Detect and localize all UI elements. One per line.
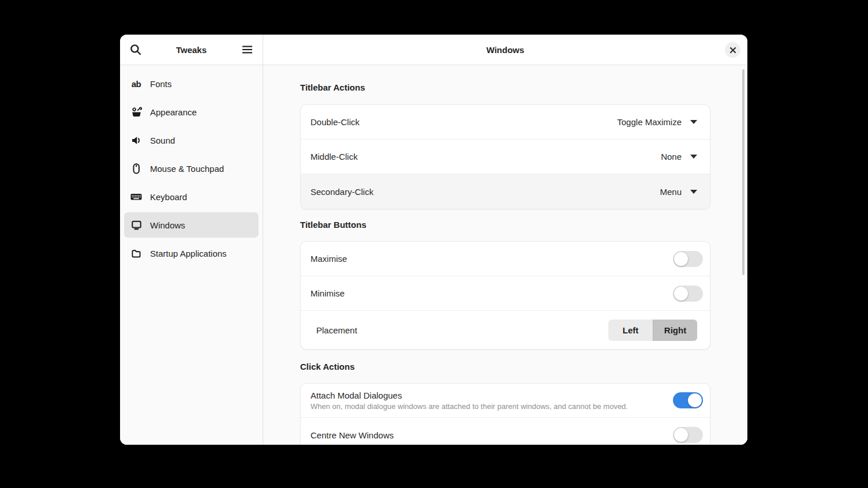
- centre-new-windows-row: Centre New Windows: [301, 418, 710, 445]
- centre-new-windows-label: Centre New Windows: [310, 430, 394, 440]
- double-click-dropdown[interactable]: Toggle Maximize: [617, 117, 697, 127]
- sidebar-item-windows[interactable]: Windows: [124, 212, 259, 238]
- sidebar-header: Tweaks: [120, 35, 263, 65]
- sidebar-item-label: Fonts: [150, 79, 172, 89]
- fonts-ab-icon: ab: [130, 78, 142, 89]
- windows-settings-panel: Titlebar Actions Double-Click Toggle Max…: [263, 65, 747, 445]
- section-title-click-actions: Click Actions: [300, 362, 354, 371]
- toggle-knob: [674, 287, 688, 301]
- main-headerbar: Windows: [263, 35, 747, 65]
- sidebar-item-label: Sound: [150, 136, 175, 145]
- toggle-knob: [674, 252, 688, 266]
- appearance-toolbox-icon: [130, 107, 142, 117]
- row-text: Attach Modal Dialogues When on, modal di…: [310, 391, 628, 411]
- placement-right-button[interactable]: Right: [653, 320, 697, 341]
- hamburger-menu-icon: [242, 46, 252, 54]
- maximise-toggle[interactable]: [673, 251, 703, 267]
- page-title: Windows: [263, 35, 747, 65]
- tweaks-window: Tweaks ab Fonts: [120, 35, 747, 445]
- chevron-down-icon: [690, 120, 697, 124]
- placement-label: Placement: [310, 325, 357, 335]
- titlebar-buttons-card: Maximise Minimise Placement Left Right: [300, 241, 710, 350]
- sidebar: Tweaks ab Fonts: [120, 35, 263, 445]
- sidebar-item-fonts[interactable]: ab Fonts: [124, 71, 259, 96]
- placement-left-button[interactable]: Left: [608, 320, 653, 341]
- display-icon: [130, 220, 142, 230]
- toggle-knob: [674, 428, 688, 442]
- sidebar-item-label: Appearance: [150, 107, 197, 117]
- sidebar-item-label: Mouse & Touchpad: [150, 164, 224, 174]
- attach-modal-dialogues-label: Attach Modal Dialogues: [310, 391, 628, 400]
- dropdown-value: Menu: [660, 187, 682, 197]
- dropdown-value: None: [661, 152, 682, 162]
- minimise-toggle[interactable]: [673, 286, 703, 302]
- search-icon: [130, 44, 141, 55]
- sidebar-item-keyboard[interactable]: Keyboard: [124, 184, 259, 209]
- secondary-click-dropdown[interactable]: Menu: [660, 187, 697, 197]
- middle-click-dropdown[interactable]: None: [661, 152, 697, 162]
- middle-click-row[interactable]: Middle-Click None: [301, 140, 710, 174]
- secondary-click-label: Secondary-Click: [310, 187, 373, 197]
- chevron-down-icon: [690, 155, 697, 159]
- toggle-knob: [688, 393, 702, 407]
- sidebar-item-appearance[interactable]: Appearance: [124, 99, 259, 125]
- click-actions-card: Attach Modal Dialogues When on, modal di…: [300, 383, 710, 445]
- maximise-label: Maximise: [310, 254, 347, 264]
- sidebar-item-sound[interactable]: Sound: [124, 127, 259, 153]
- minimise-label: Minimise: [310, 288, 345, 298]
- sidebar-nav: ab Fonts Appearance: [120, 71, 263, 269]
- section-title-titlebar-buttons: Titlebar Buttons: [300, 220, 366, 230]
- keyboard-icon: [130, 192, 142, 202]
- sidebar-item-label: Startup Applications: [150, 249, 227, 258]
- search-button[interactable]: [128, 42, 143, 57]
- attach-modal-dialogues-description: When on, modal dialogue windows are atta…: [310, 402, 628, 411]
- minimise-row: Minimise: [301, 276, 710, 311]
- placement-segmented-control: Left Right: [608, 320, 697, 341]
- mouse-icon: [130, 163, 142, 174]
- maximise-row: Maximise: [301, 242, 710, 276]
- centre-new-windows-toggle[interactable]: [673, 427, 703, 443]
- section-title-titlebar-actions: Titlebar Actions: [300, 82, 365, 92]
- primary-menu-button[interactable]: [240, 42, 255, 57]
- sidebar-item-mouse-touchpad[interactable]: Mouse & Touchpad: [124, 156, 259, 181]
- app-title: Tweaks: [143, 45, 240, 55]
- secondary-click-row[interactable]: Secondary-Click Menu: [301, 174, 710, 209]
- folder-icon: [130, 248, 142, 258]
- middle-click-label: Middle-Click: [310, 152, 358, 162]
- double-click-row[interactable]: Double-Click Toggle Maximize: [301, 105, 710, 140]
- sidebar-item-label: Windows: [150, 220, 185, 230]
- double-click-label: Double-Click: [310, 117, 360, 127]
- sidebar-item-startup-applications[interactable]: Startup Applications: [124, 241, 259, 266]
- dropdown-value: Toggle Maximize: [617, 117, 682, 127]
- attach-modal-dialogues-row: Attach Modal Dialogues When on, modal di…: [301, 384, 710, 418]
- scrollbar[interactable]: [742, 69, 744, 275]
- attach-modal-dialogues-toggle[interactable]: [673, 392, 703, 408]
- sidebar-item-label: Keyboard: [150, 192, 187, 202]
- titlebar-actions-card: Double-Click Toggle Maximize Middle-Clic…: [300, 104, 710, 209]
- close-x-icon: [729, 47, 736, 54]
- close-window-button[interactable]: [725, 42, 740, 58]
- speaker-icon: [130, 135, 142, 145]
- chevron-down-icon: [690, 190, 697, 194]
- placement-row: Placement Left Right: [301, 311, 710, 349]
